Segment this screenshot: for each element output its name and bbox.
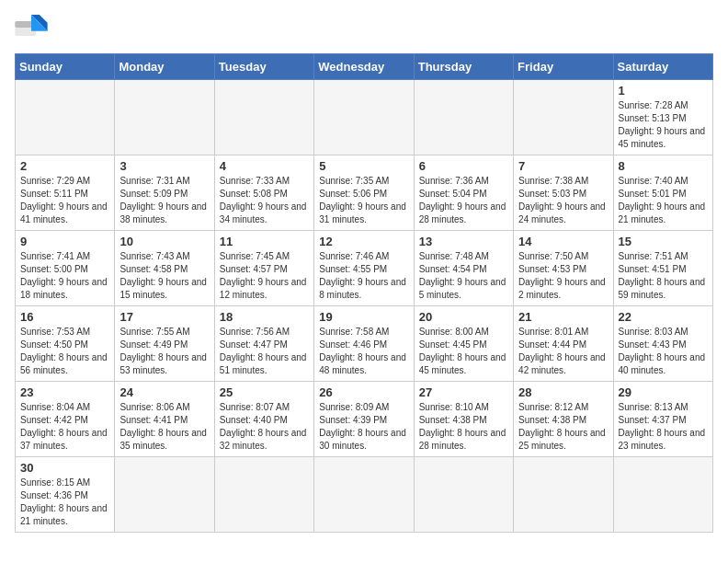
- day-number: 30: [20, 461, 109, 475]
- calendar-cell: 19Sunrise: 7:58 AM Sunset: 4:46 PM Dayli…: [314, 306, 414, 382]
- calendar-cell: 5Sunrise: 7:35 AM Sunset: 5:06 PM Daylig…: [314, 155, 414, 231]
- day-number: 16: [20, 310, 109, 324]
- day-number: 5: [319, 159, 408, 173]
- calendar-cell: 13Sunrise: 7:48 AM Sunset: 4:54 PM Dayli…: [414, 231, 513, 306]
- calendar-cell: [214, 457, 313, 533]
- calendar-cell: 11Sunrise: 7:45 AM Sunset: 4:57 PM Dayli…: [214, 231, 313, 306]
- weekday-header-monday: Monday: [115, 54, 214, 80]
- day-info: Sunrise: 7:43 AM Sunset: 4:58 PM Dayligh…: [119, 250, 209, 302]
- day-info: Sunrise: 8:09 AM Sunset: 4:39 PM Dayligh…: [319, 401, 408, 453]
- day-info: Sunrise: 7:53 AM Sunset: 4:50 PM Dayligh…: [20, 326, 109, 377]
- calendar-cell: 26Sunrise: 8:09 AM Sunset: 4:39 PM Dayli…: [314, 382, 414, 457]
- calendar-cell: 6Sunrise: 7:36 AM Sunset: 5:04 PM Daylig…: [414, 155, 513, 231]
- logo-icon: [15, 15, 48, 42]
- day-info: Sunrise: 7:46 AM Sunset: 4:55 PM Dayligh…: [319, 250, 408, 302]
- day-info: Sunrise: 8:01 AM Sunset: 4:44 PM Dayligh…: [518, 326, 608, 377]
- day-number: 22: [619, 310, 708, 324]
- day-number: 4: [220, 159, 309, 173]
- header: [15, 15, 713, 42]
- weekday-header-sunday: Sunday: [16, 54, 115, 80]
- day-number: 9: [20, 235, 109, 248]
- day-info: Sunrise: 8:00 AM Sunset: 4:45 PM Dayligh…: [419, 326, 508, 377]
- day-number: 14: [518, 235, 608, 248]
- day-info: Sunrise: 7:56 AM Sunset: 4:47 PM Dayligh…: [220, 326, 309, 377]
- day-number: 18: [220, 310, 309, 324]
- calendar-cell: 27Sunrise: 8:10 AM Sunset: 4:38 PM Dayli…: [414, 382, 513, 457]
- day-info: Sunrise: 8:06 AM Sunset: 4:41 PM Dayligh…: [119, 401, 209, 453]
- weekday-header-friday: Friday: [514, 54, 613, 80]
- day-info: Sunrise: 7:48 AM Sunset: 4:54 PM Dayligh…: [419, 250, 508, 302]
- day-number: 15: [619, 235, 708, 248]
- day-number: 6: [419, 159, 508, 173]
- weekday-header-wednesday: Wednesday: [314, 54, 414, 80]
- calendar-cell: 30Sunrise: 8:15 AM Sunset: 4:36 PM Dayli…: [16, 457, 115, 533]
- calendar-cell: 1Sunrise: 7:28 AM Sunset: 5:13 PM Daylig…: [613, 80, 712, 155]
- calendar-cell: 8Sunrise: 7:40 AM Sunset: 5:01 PM Daylig…: [613, 155, 712, 231]
- calendar-cell: [214, 80, 313, 155]
- day-info: Sunrise: 8:13 AM Sunset: 4:37 PM Dayligh…: [619, 401, 708, 453]
- day-info: Sunrise: 7:31 AM Sunset: 5:09 PM Dayligh…: [119, 175, 209, 226]
- day-number: 27: [419, 385, 508, 399]
- day-number: 2: [20, 159, 109, 173]
- day-info: Sunrise: 7:36 AM Sunset: 5:04 PM Dayligh…: [419, 175, 508, 226]
- day-number: 10: [119, 235, 209, 248]
- day-number: 26: [319, 385, 408, 399]
- day-number: 11: [220, 235, 309, 248]
- calendar-cell: 18Sunrise: 7:56 AM Sunset: 4:47 PM Dayli…: [214, 306, 313, 382]
- day-number: 7: [518, 159, 608, 173]
- calendar-cell: [314, 457, 414, 533]
- day-number: 25: [220, 385, 309, 399]
- day-info: Sunrise: 8:10 AM Sunset: 4:38 PM Dayligh…: [419, 401, 508, 453]
- day-info: Sunrise: 7:41 AM Sunset: 5:00 PM Dayligh…: [20, 250, 109, 302]
- calendar-cell: [514, 80, 613, 155]
- day-number: 24: [119, 385, 209, 399]
- calendar-cell: 28Sunrise: 8:12 AM Sunset: 4:38 PM Dayli…: [514, 382, 613, 457]
- calendar-cell: 23Sunrise: 8:04 AM Sunset: 4:42 PM Dayli…: [16, 382, 115, 457]
- day-number: 29: [619, 385, 708, 399]
- day-number: 3: [119, 159, 209, 173]
- day-info: Sunrise: 7:33 AM Sunset: 5:08 PM Dayligh…: [220, 175, 309, 226]
- calendar-cell: [514, 457, 613, 533]
- logo: [15, 15, 53, 42]
- calendar-cell: 10Sunrise: 7:43 AM Sunset: 4:58 PM Dayli…: [115, 231, 214, 306]
- day-info: Sunrise: 8:07 AM Sunset: 4:40 PM Dayligh…: [220, 401, 309, 453]
- calendar-cell: 12Sunrise: 7:46 AM Sunset: 4:55 PM Dayli…: [314, 231, 414, 306]
- calendar-cell: [314, 80, 414, 155]
- day-info: Sunrise: 7:29 AM Sunset: 5:11 PM Dayligh…: [20, 175, 109, 226]
- day-number: 23: [20, 385, 109, 399]
- calendar-cell: 16Sunrise: 7:53 AM Sunset: 4:50 PM Dayli…: [16, 306, 115, 382]
- calendar-cell: 17Sunrise: 7:55 AM Sunset: 4:49 PM Dayli…: [115, 306, 214, 382]
- calendar-cell: 4Sunrise: 7:33 AM Sunset: 5:08 PM Daylig…: [214, 155, 313, 231]
- weekday-header-saturday: Saturday: [613, 54, 712, 80]
- day-number: 28: [518, 385, 608, 399]
- day-number: 8: [619, 159, 708, 173]
- calendar-cell: 20Sunrise: 8:00 AM Sunset: 4:45 PM Dayli…: [414, 306, 513, 382]
- calendar-cell: [16, 80, 115, 155]
- day-info: Sunrise: 7:28 AM Sunset: 5:13 PM Dayligh…: [619, 99, 708, 151]
- day-info: Sunrise: 7:50 AM Sunset: 4:53 PM Dayligh…: [518, 250, 608, 302]
- weekday-header-tuesday: Tuesday: [214, 54, 313, 80]
- day-number: 21: [518, 310, 608, 324]
- calendar-cell: 7Sunrise: 7:38 AM Sunset: 5:03 PM Daylig…: [514, 155, 613, 231]
- calendar-cell: 9Sunrise: 7:41 AM Sunset: 5:00 PM Daylig…: [16, 231, 115, 306]
- day-info: Sunrise: 7:38 AM Sunset: 5:03 PM Dayligh…: [518, 175, 608, 226]
- calendar-cell: 3Sunrise: 7:31 AM Sunset: 5:09 PM Daylig…: [115, 155, 214, 231]
- calendar-cell: 21Sunrise: 8:01 AM Sunset: 4:44 PM Dayli…: [514, 306, 613, 382]
- calendar-cell: [414, 80, 513, 155]
- day-info: Sunrise: 8:04 AM Sunset: 4:42 PM Dayligh…: [20, 401, 109, 453]
- day-number: 1: [619, 84, 708, 98]
- calendar: SundayMondayTuesdayWednesdayThursdayFrid…: [15, 53, 713, 533]
- day-info: Sunrise: 7:35 AM Sunset: 5:06 PM Dayligh…: [319, 175, 408, 226]
- calendar-cell: 2Sunrise: 7:29 AM Sunset: 5:11 PM Daylig…: [16, 155, 115, 231]
- calendar-cell: 24Sunrise: 8:06 AM Sunset: 4:41 PM Dayli…: [115, 382, 214, 457]
- day-number: 13: [419, 235, 508, 248]
- day-number: 17: [119, 310, 209, 324]
- day-info: Sunrise: 8:15 AM Sunset: 4:36 PM Dayligh…: [20, 477, 109, 528]
- weekday-header-thursday: Thursday: [414, 54, 513, 80]
- day-number: 20: [419, 310, 508, 324]
- calendar-cell: 22Sunrise: 8:03 AM Sunset: 4:43 PM Dayli…: [613, 306, 712, 382]
- day-info: Sunrise: 7:40 AM Sunset: 5:01 PM Dayligh…: [619, 175, 708, 226]
- calendar-cell: [414, 457, 513, 533]
- calendar-cell: 15Sunrise: 7:51 AM Sunset: 4:51 PM Dayli…: [613, 231, 712, 306]
- day-info: Sunrise: 7:45 AM Sunset: 4:57 PM Dayligh…: [220, 250, 309, 302]
